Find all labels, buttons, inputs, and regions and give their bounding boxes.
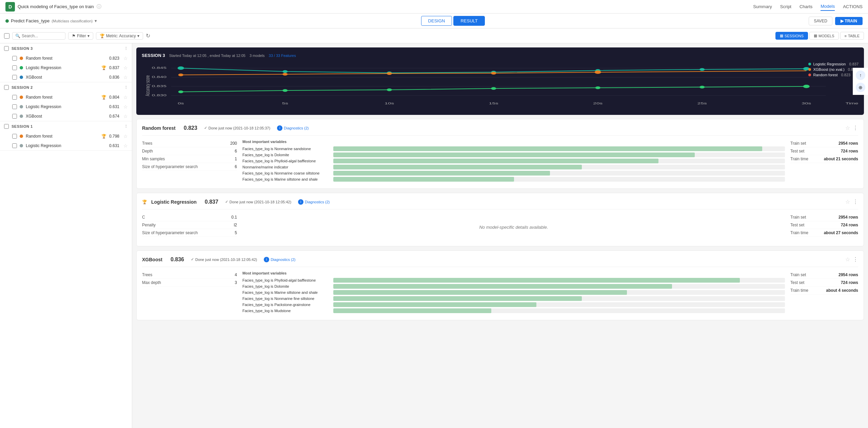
rf1-star-icon[interactable]: ☆ (123, 134, 128, 139)
list-item[interactable]: XGBoost 0.836 ☆ (0, 73, 132, 82)
svg-text:0.835: 0.835 (152, 84, 167, 88)
search-box: 🔍 (12, 32, 65, 40)
bar-track (333, 159, 785, 163)
right-icon-2[interactable]: ⊕ (856, 83, 865, 92)
table-label: TABLE (848, 34, 860, 38)
list-item[interactable]: Random forest 0.823 ☆ (0, 54, 132, 63)
lr1-checkbox[interactable] (12, 143, 17, 148)
lr-more-icon[interactable]: ⋮ (853, 199, 858, 205)
rf-trees-label: Trees (142, 141, 152, 146)
param-row: Penalty l2 (142, 221, 237, 229)
list-item[interactable]: Logistic Regression 0.631 ☆ (0, 141, 132, 150)
metric-label: Metric: Accuracy (106, 34, 136, 38)
saved-button[interactable]: SAVED (809, 17, 832, 25)
bar-label: Facies_type_log is Marine siltstone and … (242, 290, 331, 294)
xgb2-checkbox[interactable] (12, 114, 17, 119)
design-result-tabs: DESIGN RESULT (421, 16, 485, 26)
lr-star-icon[interactable]: ☆ (845, 199, 850, 205)
legend-xgb-dot (808, 68, 811, 71)
session-2-more-icon[interactable]: ⋮ (124, 85, 128, 90)
xgb2-star-icon[interactable]: ☆ (123, 114, 128, 119)
lr-card-body: C 0.1 Penalty l2 Size of hyperparameter … (142, 213, 858, 241)
nav-summary[interactable]: Summary (753, 3, 772, 11)
session-3-more-icon[interactable]: ⋮ (124, 46, 128, 51)
svg-point-15 (178, 66, 184, 70)
svg-point-22 (178, 74, 183, 76)
lr1-star-icon[interactable]: ☆ (123, 143, 128, 148)
rf-more-icon[interactable]: ⋮ (853, 125, 858, 131)
search-input[interactable] (22, 34, 62, 38)
xgb-score: 0.836 (171, 257, 184, 263)
param-row: Trees 4 (142, 271, 237, 279)
nav-script[interactable]: Script (780, 3, 791, 11)
lr-diagnostics-link[interactable]: i Diagnostics (2) (298, 199, 330, 205)
list-item[interactable]: Logistic Regression 0.631 ☆ (0, 102, 132, 111)
bar-label: Facies_type_log is Mudstone (242, 309, 331, 313)
session-3-label: SESSION 3 (12, 46, 33, 50)
result-tab[interactable]: RESULT (453, 16, 485, 26)
session-2-checkbox[interactable] (4, 85, 9, 90)
sessions-view-button[interactable]: ▦ SESSIONS (775, 32, 808, 40)
lr3-score: 0.837 (109, 65, 119, 70)
select-all-checkbox[interactable] (4, 33, 9, 39)
rf1-trophy-icon: 🏆 (101, 134, 106, 139)
lr3-trophy-icon: 🏆 (101, 65, 106, 70)
legend-rf-score: 0.823 (841, 73, 851, 77)
rf1-name: Random forest (26, 134, 99, 139)
nav-charts[interactable]: Charts (800, 3, 812, 11)
filter-button[interactable]: ⚑ Filter ▾ (68, 32, 93, 40)
bar-track (333, 278, 785, 283)
rf-diagnostics-link[interactable]: i Diagnostics (2) (277, 125, 309, 131)
rf2-checkbox[interactable] (12, 95, 17, 100)
rf1-checkbox[interactable] (12, 134, 17, 139)
rf2-star-icon[interactable]: ☆ (123, 95, 128, 100)
bar-row: Facies_type_log is Marine siltstone and … (242, 290, 785, 295)
rf1-dot-icon (20, 135, 23, 138)
xgb-diagnostics-link[interactable]: i Diagnostics (2) (264, 257, 295, 262)
list-item[interactable]: Logistic Regression 🏆 0.837 ☆ (0, 63, 132, 73)
right-icon-1[interactable]: ↑ (856, 70, 865, 80)
rf-params: Trees 200 Depth 6 Min samples 1 Size of … (142, 140, 237, 183)
lr-stats: Train set 2954 rows Test set 724 rows Tr… (790, 213, 858, 241)
lr-testset-label: Test set (790, 223, 804, 227)
lr3-star-icon[interactable]: ☆ (123, 65, 128, 70)
svg-point-24 (387, 72, 392, 75)
design-tab[interactable]: DESIGN (421, 16, 452, 26)
legend-lr: Logistic Regression 0.837 (808, 62, 859, 66)
lr2-checkbox[interactable] (12, 104, 17, 109)
bar-row: Facies_type_log is Nonmarine sandstone (242, 146, 785, 151)
rf-card-body: Trees 200 Depth 6 Min samples 1 Size of … (142, 140, 858, 183)
table-view-button[interactable]: ≡ TABLE (840, 32, 864, 40)
xgb3-score: 0.836 (109, 75, 119, 80)
xgb-star-icon[interactable]: ☆ (845, 256, 850, 263)
lr3-checkbox[interactable] (12, 65, 17, 70)
metric-selector[interactable]: 🏆 Metric: Accuracy ▾ (96, 32, 143, 40)
models-view-button[interactable]: ▦ MODELS (809, 32, 839, 40)
bar-row: Facies_type_log is Nonmarine coarse silt… (242, 171, 785, 176)
rf3-checkbox[interactable] (12, 56, 17, 61)
nav-actions[interactable]: ACTIONS (843, 3, 863, 11)
rf3-star-icon[interactable]: ☆ (123, 56, 128, 61)
xgb3-star-icon[interactable]: ☆ (123, 75, 128, 80)
session-3-checkbox[interactable] (4, 46, 9, 51)
dropdown-chevron-icon[interactable]: ▾ (95, 18, 97, 23)
rf-star-icon[interactable]: ☆ (845, 125, 850, 131)
session-1-more-icon[interactable]: ⋮ (124, 124, 128, 129)
train-button[interactable]: ▶ TRAIN (835, 17, 863, 25)
list-item[interactable]: Random forest 🏆 0.804 ☆ (0, 93, 132, 102)
nav-models[interactable]: Models (821, 2, 835, 11)
chart-features[interactable]: 33 / 33 Features (269, 54, 296, 58)
list-item[interactable]: Random forest 🏆 0.798 ☆ (0, 131, 132, 141)
info-icon[interactable]: ⓘ (97, 4, 101, 10)
xgb-more-icon[interactable]: ⋮ (853, 256, 858, 263)
lr2-score: 0.631 (109, 104, 119, 109)
svg-point-31 (595, 86, 600, 89)
session-group-1: SESSION 1 ⋮ Random forest 🏆 0.798 ☆ Logi… (0, 121, 132, 151)
session-1-checkbox[interactable] (4, 124, 9, 129)
bar-row: Facies_type_log is Mudstone (242, 308, 785, 313)
lr2-star-icon[interactable]: ☆ (123, 104, 128, 109)
rf3-name: Random forest (26, 56, 106, 61)
xgb3-checkbox[interactable] (12, 75, 17, 80)
list-item[interactable]: XGBoost 0.674 ☆ (0, 111, 132, 121)
refresh-button[interactable]: ↻ (146, 33, 150, 39)
